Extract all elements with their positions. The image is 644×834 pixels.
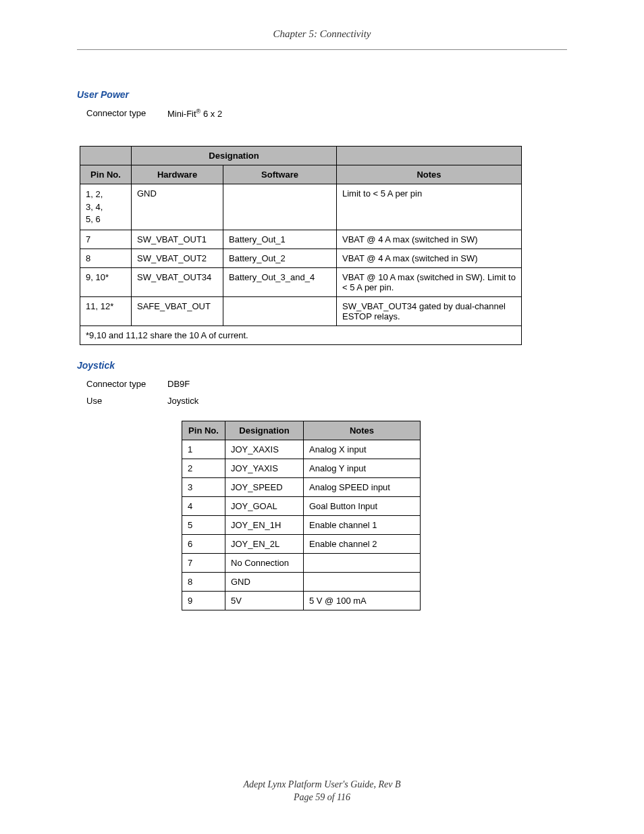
cell-hw: SW_VBAT_OUT2 (132, 249, 223, 267)
table-row: 2 JOY_YAXIS Analog Y input (182, 459, 421, 477)
connector-type-label: Connector type (86, 108, 167, 119)
cell-hw: SW_VBAT_OUT34 (132, 267, 223, 296)
cell-desig: No Connection (225, 553, 304, 572)
section-heading-user-power: User Power (77, 89, 567, 100)
cell-notes: VBAT @ 4 A max (switched in SW) (337, 230, 522, 249)
connector-type-value: Mini-Fit® 6 x 2 (167, 108, 222, 119)
cell-sw (223, 296, 337, 325)
cell-pin: 4 (182, 496, 225, 515)
table-row: 8 GND (182, 572, 421, 591)
table-row: 3 JOY_SPEED Analog SPEED input (182, 477, 421, 496)
pin-header: Pin No. (80, 165, 132, 184)
cell-notes: SW_VBAT_OUT34 gated by dual-channel ESTO… (337, 296, 522, 325)
table-row: 5 JOY_EN_1H Enable channel 1 (182, 515, 421, 534)
cell-sw: Battery_Out_3_and_4 (223, 267, 337, 296)
cell-notes: Analog Y input (304, 459, 421, 477)
cell-pin: 6 (182, 534, 225, 553)
table-row: 8 SW_VBAT_OUT2 Battery_Out_2 VBAT @ 4 A … (80, 249, 522, 267)
cell-sw: Battery_Out_1 (223, 230, 337, 249)
user-power-table: Designation Pin No. Hardware Software No… (80, 146, 522, 345)
footer-page-number: Page 59 of 116 (0, 791, 644, 804)
cell-hw: GND (132, 184, 223, 230)
pin-header: Pin No. (182, 421, 225, 440)
table-footnote-row: *9,10 and 11,12 share the 10 A of curren… (80, 325, 522, 344)
section-heading-joystick: Joystick (77, 360, 567, 371)
table-row: 6 JOY_EN_2L Enable channel 2 (182, 534, 421, 553)
cell-desig: JOY_XAXIS (225, 440, 304, 459)
cell-notes: Analog SPEED input (304, 477, 421, 496)
cell-pin: 1 (182, 440, 225, 459)
joystick-table: Pin No. Designation Notes 1 JOY_XAXIS An… (182, 421, 421, 610)
cell-pin: 2 (182, 459, 225, 477)
cell-hw: SAFE_VBAT_OUT (132, 296, 223, 325)
table-row: 9 5V 5 V @ 100 mA (182, 591, 421, 610)
cell-pin: 8 (80, 249, 132, 267)
joystick-use-row: Use Joystick (86, 396, 567, 406)
cell-pin: 9 (182, 591, 225, 610)
designation-header: Designation (225, 421, 304, 440)
cell-notes: VBAT @ 4 A max (switched in SW) (337, 249, 522, 267)
notes-header: Notes (337, 165, 522, 184)
cell-sw: Battery_Out_2 (223, 249, 337, 267)
software-header: Software (223, 165, 337, 184)
cell-hw: SW_VBAT_OUT1 (132, 230, 223, 249)
footer-doc-title: Adept Lynx Platform User's Guide, Rev B (0, 778, 644, 791)
cell-pin: 11, 12* (80, 296, 132, 325)
cell-pin: 5 (182, 515, 225, 534)
blank-header (80, 147, 132, 165)
user-power-connector-row: Connector type Mini-Fit® 6 x 2 (86, 108, 567, 119)
connector-prefix: Mini-Fit (167, 109, 196, 119)
cell-notes: VBAT @ 10 A max (switched in SW). Limit … (337, 267, 522, 296)
cell-desig: GND (225, 572, 304, 591)
cell-desig: 5V (225, 591, 304, 610)
connector-suffix: 6 x 2 (200, 109, 222, 119)
cell-desig: JOY_EN_1H (225, 515, 304, 534)
connector-type-label: Connector type (86, 379, 167, 389)
cell-desig: JOY_EN_2L (225, 534, 304, 553)
cell-pin: 7 (182, 553, 225, 572)
designation-header: Designation (132, 147, 337, 165)
table-row: 9, 10* SW_VBAT_OUT34 Battery_Out_3_and_4… (80, 267, 522, 296)
cell-notes: 5 V @ 100 mA (304, 591, 421, 610)
hardware-header: Hardware (132, 165, 223, 184)
cell-desig: JOY_GOAL (225, 496, 304, 515)
connector-type-value: DB9F (167, 379, 190, 389)
joystick-connector-row: Connector type DB9F (86, 379, 567, 389)
blank-notes-header (337, 147, 522, 165)
cell-notes: Enable channel 2 (304, 534, 421, 553)
table-row: 1, 2,3, 4,5, 6 GND Limit to < 5 A per pi… (80, 184, 522, 230)
cell-pin: 7 (80, 230, 132, 249)
use-label: Use (86, 396, 167, 406)
cell-sw (223, 184, 337, 230)
cell-desig: JOY_YAXIS (225, 459, 304, 477)
use-value: Joystick (167, 396, 198, 406)
page-footer: Adept Lynx Platform User's Guide, Rev B … (0, 778, 644, 804)
table-row: 4 JOY_GOAL Goal Button Input (182, 496, 421, 515)
cell-pin: 3 (182, 477, 225, 496)
table-row: 7 No Connection (182, 553, 421, 572)
cell-notes: Goal Button Input (304, 496, 421, 515)
table-row: 1 JOY_XAXIS Analog X input (182, 440, 421, 459)
notes-header: Notes (304, 421, 421, 440)
cell-pin: 1, 2,3, 4,5, 6 (80, 184, 132, 230)
cell-pin: 8 (182, 572, 225, 591)
cell-notes: Limit to < 5 A per pin (337, 184, 522, 230)
cell-notes (304, 572, 421, 591)
footnote-cell: *9,10 and 11,12 share the 10 A of curren… (80, 325, 522, 344)
cell-notes: Analog X input (304, 440, 421, 459)
cell-notes (304, 553, 421, 572)
chapter-header: Chapter 5: Connectivity (77, 28, 567, 50)
table-row: 11, 12* SAFE_VBAT_OUT SW_VBAT_OUT34 gate… (80, 296, 522, 325)
cell-pin: 9, 10* (80, 267, 132, 296)
cell-desig: JOY_SPEED (225, 477, 304, 496)
cell-notes: Enable channel 1 (304, 515, 421, 534)
table-row: 7 SW_VBAT_OUT1 Battery_Out_1 VBAT @ 4 A … (80, 230, 522, 249)
